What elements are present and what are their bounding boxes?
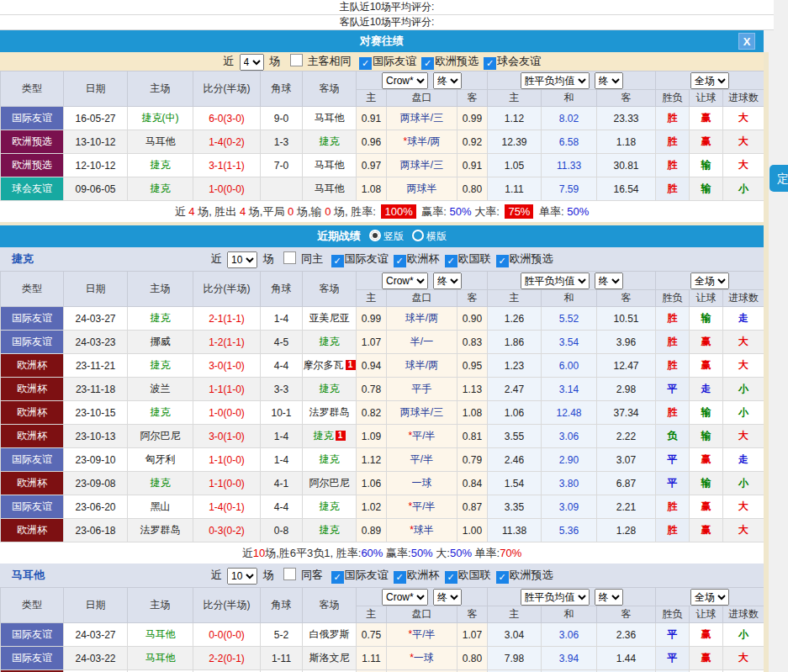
date-cell: 16-05-27 xyxy=(64,107,128,130)
corner-cell: 10-1 xyxy=(261,401,303,425)
summary-segment: 大率: xyxy=(472,205,503,218)
corner-cell: 0-8 xyxy=(261,519,303,542)
handicap-result-cell: 赢 xyxy=(690,448,723,472)
league-filter-label: 欧国联 xyxy=(458,569,491,581)
league-filter-checkbox[interactable]: ✓ xyxy=(394,571,406,584)
summary-segment: 近 xyxy=(242,547,253,559)
wdl-result-cell: 胜 xyxy=(656,307,690,331)
avg-final-select[interactable]: 终 xyxy=(595,273,623,289)
league-filter-checkbox[interactable]: ✓ xyxy=(484,57,496,70)
avg-home-cell: 1.23 xyxy=(488,354,542,378)
col-home: 主场 xyxy=(128,588,193,623)
layout-radio-label[interactable]: 竖版 xyxy=(383,230,404,242)
avg-final-select[interactable]: 终 xyxy=(595,589,623,606)
handicap-cell: *球半/两 xyxy=(387,130,457,154)
match-type-cell: 欧洲杯 xyxy=(1,425,64,448)
league-checkbox-group: ✓国际友谊✓欧洲预选✓球会友谊 xyxy=(354,55,541,67)
layout-radio-unselected[interactable] xyxy=(412,230,424,241)
wdl-result-cell: 平 xyxy=(656,472,690,495)
league-filter-label: 国际友谊 xyxy=(345,252,389,265)
league-filter-checkbox[interactable]: ✓ xyxy=(359,57,372,70)
fullmatch-select[interactable]: 全场 xyxy=(690,72,729,89)
score-cell: 1-1(0-0) xyxy=(193,472,261,495)
match-count-select[interactable]: 10 xyxy=(227,568,257,585)
goals-result-cell: 大 xyxy=(723,647,764,670)
col-avg-home: 主 xyxy=(488,290,542,307)
odds-select-group: Crow*终 xyxy=(357,71,488,90)
fullmatch-select[interactable]: 全场 xyxy=(690,589,729,606)
wdl-result-cell: 平 xyxy=(656,448,690,472)
same-home-checkbox[interactable] xyxy=(283,251,296,264)
match-type-cell: 欧洲杯 xyxy=(1,472,64,495)
away-odds-cell: 0.79 xyxy=(457,448,488,472)
odds-final-select[interactable]: 终 xyxy=(433,589,462,606)
match-count-select[interactable]: 4 xyxy=(240,54,264,71)
malta-team-name: 马耳他 xyxy=(12,564,45,587)
league-filter-label: 欧洲杯 xyxy=(407,252,440,265)
avg-select[interactable]: 胜平负均值 xyxy=(521,72,590,89)
match-row: 球会友谊09-06-05捷克1-0(0-0)马耳他1.08两球半0.801.11… xyxy=(1,177,764,201)
summary-segment: 70% xyxy=(500,547,521,559)
close-icon[interactable]: X xyxy=(738,33,755,50)
league-filter-checkbox[interactable]: ✓ xyxy=(331,255,344,267)
league-filter-checkbox[interactable]: ✓ xyxy=(394,255,406,267)
col-odds-home: 主 xyxy=(357,606,387,623)
avg-home-cell: 1.05 xyxy=(488,154,542,177)
home-odds-cell: 0.91 xyxy=(357,107,387,130)
avg-select[interactable]: 胜平负均值 xyxy=(521,589,590,606)
home-team-cell: 捷克 xyxy=(128,307,193,331)
avg-away-cell: 10.51 xyxy=(597,307,656,331)
same-away-checkbox[interactable] xyxy=(283,568,296,580)
col-goals: 进球数 xyxy=(723,606,764,623)
corner-cell: 4-4 xyxy=(261,495,303,519)
handicap-cell: 平/半 xyxy=(387,448,457,472)
league-filter-checkbox[interactable]: ✓ xyxy=(496,571,509,584)
odds-final-select[interactable]: 终 xyxy=(433,72,462,89)
match-count-select[interactable]: 10 xyxy=(227,251,257,268)
away-odds-cell: 1.00 xyxy=(457,519,488,542)
league-filter-checkbox[interactable]: ✓ xyxy=(496,255,509,267)
same-homeaway-checkbox[interactable] xyxy=(290,54,303,66)
avg-away-cell: 16.54 xyxy=(597,177,656,201)
date-cell: 23-09-08 xyxy=(64,472,128,495)
league-filter-checkbox[interactable]: ✓ xyxy=(421,57,434,70)
goals-result-cell: 大 xyxy=(723,331,764,354)
layout-radio-label[interactable]: 横版 xyxy=(426,230,447,242)
col-score: 比分(半场) xyxy=(193,272,261,307)
goals-result-cell: 大 xyxy=(723,130,764,154)
match-row: 国际友谊24-03-27马耳他0-0(0-0)5-2白俄罗斯0.75*平/半1.… xyxy=(1,623,764,647)
date-cell: 24-03-27 xyxy=(64,307,128,331)
avg-draw-cell: 12.48 xyxy=(542,401,597,425)
home-odds-cell: 1.12 xyxy=(357,448,387,472)
match-row: 欧洲预选12-10-12捷克3-1(1-1)7-0马耳他0.97两球半/三0.9… xyxy=(1,154,764,177)
same-away-label: 同客 xyxy=(301,569,323,581)
fullmatch-select-group: 全场 xyxy=(656,71,764,90)
czech-table: 类型 日期 主场 比分(半场) 角球 客场 Crow*终 胜平负均值终 全场 xyxy=(0,271,764,542)
avg-select[interactable]: 胜平负均值 xyxy=(521,273,590,289)
match-row: 国际友谊24-03-23挪威1-2(1-1)4-5捷克1.07半/一0.831.… xyxy=(1,331,764,354)
avg-final-select[interactable]: 终 xyxy=(595,72,623,89)
away-team-cell: 捷克1 xyxy=(303,425,357,448)
col-avg-home: 主 xyxy=(488,606,542,623)
page: 主队近10场平均评分: 客队近10场平均评分: 对赛往绩 X 近 4 场 主客相… xyxy=(0,0,788,672)
odds-final-select[interactable]: 终 xyxy=(433,273,462,289)
date-cell: 23-10-13 xyxy=(64,425,128,448)
league-filter-checkbox[interactable]: ✓ xyxy=(331,571,344,584)
bookmaker-select[interactable]: Crow* xyxy=(382,72,428,89)
side-tab-button[interactable]: 定 xyxy=(769,165,788,192)
league-filter-checkbox[interactable]: ✓ xyxy=(445,255,457,267)
fullmatch-select[interactable]: 全场 xyxy=(690,273,729,289)
wdl-result-cell: 平 xyxy=(656,378,690,401)
layout-radio-selected[interactable] xyxy=(369,230,381,241)
bookmaker-select[interactable]: Crow* xyxy=(382,589,428,606)
match-type-cell: 国际友谊 xyxy=(1,331,64,354)
match-row: 国际友谊23-06-20黑山1-4(0-1)4-4捷克1.02*平/半0.873… xyxy=(1,495,764,519)
avg-away-cell: 2.98 xyxy=(597,378,656,401)
date-cell: 24-03-27 xyxy=(64,623,128,647)
league-filter-checkbox[interactable]: ✓ xyxy=(445,571,457,584)
avg-home-cell: 12.39 xyxy=(488,130,542,154)
avg-select-group: 胜平负均值终 xyxy=(488,588,656,606)
summary-segment: 近 xyxy=(175,205,189,218)
handicap-result-cell: 输 xyxy=(690,307,723,331)
bookmaker-select[interactable]: Crow* xyxy=(382,273,428,289)
